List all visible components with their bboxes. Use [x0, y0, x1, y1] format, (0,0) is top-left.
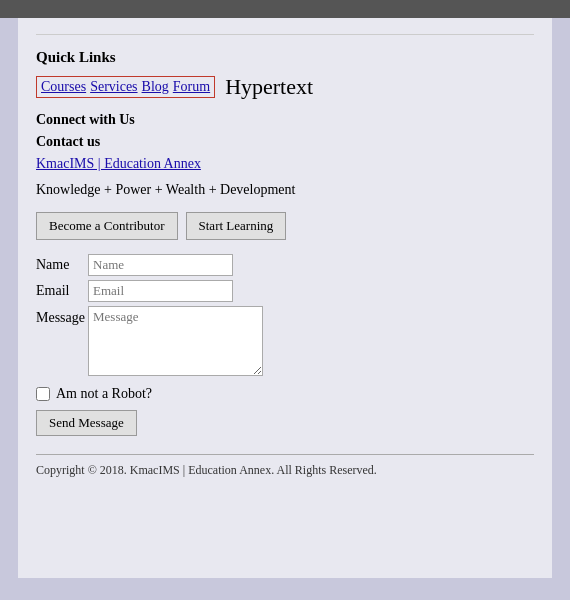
name-row: Name: [36, 254, 534, 276]
nav-link-forum[interactable]: Forum: [173, 79, 210, 95]
message-textarea[interactable]: [88, 306, 263, 376]
contact-form: Name Email Message: [36, 254, 534, 376]
nav-link-courses[interactable]: Courses: [41, 79, 86, 95]
message-label: Message: [36, 306, 88, 326]
nav-link-blog[interactable]: Blog: [142, 79, 169, 95]
become-contributor-button[interactable]: Become a Contributor: [36, 212, 178, 240]
robot-checkbox[interactable]: [36, 387, 50, 401]
contact-us-label: Contact us: [36, 134, 534, 150]
start-learning-button[interactable]: Start Learning: [186, 212, 287, 240]
connect-with-us-label: Connect with Us: [36, 112, 534, 128]
nav-links-box: Courses Services Blog Forum: [36, 76, 215, 98]
button-row: Become a Contributor Start Learning: [36, 212, 534, 240]
contact-link[interactable]: KmacIMS | Education Annex: [36, 156, 534, 172]
nav-link-services[interactable]: Services: [90, 79, 137, 95]
robot-check-row: Am not a Robot?: [36, 386, 534, 402]
footer-copyright: Copyright © 2018. KmacIMS | Education An…: [36, 455, 534, 484]
send-message-button[interactable]: Send Message: [36, 410, 137, 436]
email-row: Email: [36, 280, 534, 302]
quick-links-heading: Quick Links: [36, 49, 534, 66]
email-label: Email: [36, 283, 88, 299]
top-divider: [36, 34, 534, 35]
email-input[interactable]: [88, 280, 233, 302]
robot-label: Am not a Robot?: [56, 386, 152, 402]
name-label: Name: [36, 257, 88, 273]
message-row: Message: [36, 306, 534, 376]
hypertext-label: Hypertext: [225, 74, 313, 100]
main-container: Quick Links Courses Services Blog Forum …: [18, 18, 552, 578]
top-border: [0, 0, 570, 18]
name-input[interactable]: [88, 254, 233, 276]
nav-links-row: Courses Services Blog Forum Hypertext: [36, 74, 534, 100]
tagline: Knowledge + Power + Wealth + Development: [36, 182, 534, 198]
